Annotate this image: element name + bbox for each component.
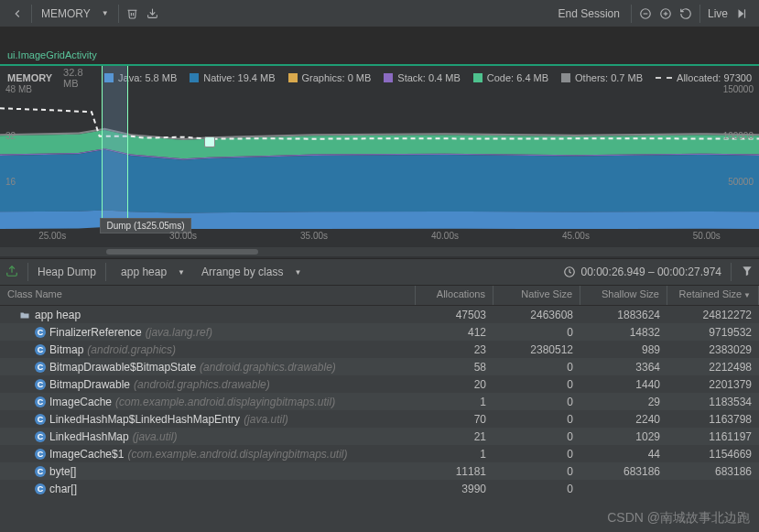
chevron-down-icon: ▼ [178,268,185,277]
table-row[interactable]: CBitmapDrawable (android.graphics.drawab… [0,375,759,393]
zoom-out-button[interactable] [635,4,656,24]
svg-rect-7 [744,9,745,17]
table-row[interactable]: CFinalizerReference (java.lang.ref) 412 … [0,323,759,341]
chart-x-axis: 25.00s30.00s35.00s40.00s45.00s50.00s [0,229,759,247]
col-allocations[interactable]: Allocations [416,286,493,305]
separator [105,263,106,281]
separator [699,5,700,23]
class-icon: C [35,483,46,494]
separator [118,5,119,23]
class-icon: C [35,327,46,338]
heap-table: Class Name Allocations Native Size Shall… [0,286,759,497]
chevron-down-icon: ▼ [102,9,109,17]
profiler-toolbar: MEMORY ▼ End Session Live [0,0,759,27]
table-row[interactable]: CLinkedHashMap$LinkedHashMapEntry (java.… [0,410,759,428]
legend-total: 32.8 MB [63,67,92,89]
filter-button[interactable] [741,265,754,280]
time-range-value: 00:00:26.949 – 00:00:27.974 [581,266,721,278]
heap-toolbar: Heap Dump app heap ▼ Arrange by class ▼ … [0,258,759,286]
class-icon: C [35,449,46,460]
table-row[interactable]: CBitmap (android.graphics) 23 2380512 98… [0,341,759,358]
chart-body[interactable]: 48 MB321615000010000050000Dump (1s25.05m… [0,90,759,229]
table-row[interactable]: Cchar[] 3990 0 [0,480,759,497]
heap-dump-label: Heap Dump [38,266,96,278]
col-shallow-size[interactable]: Shallow Size [580,286,667,305]
heap-table-body: app heap 47503 2463608 1883624 24812272 … [0,306,759,497]
time-range: 00:00:26.949 – 00:00:27.974 [563,266,721,278]
table-row[interactable]: CLinkedHashMap (java.util) 21 0 1029 116… [0,428,759,445]
col-class-name[interactable]: Class Name [0,286,416,305]
class-icon: C [35,362,46,373]
class-icon: C [35,431,46,442]
chart-scroll-thumb[interactable] [106,249,258,255]
activity-bar: ui.ImageGridActivity [0,46,759,66]
go-live-button[interactable] [732,4,752,24]
delete-button[interactable] [123,4,143,24]
table-row[interactable]: CImageCache$1 (com.example.android.displ… [0,445,759,462]
memory-chart[interactable]: MEMORY32.8 MBJava: 5.8 MBNative: 19.4 MB… [0,66,759,258]
package-icon [18,309,31,320]
legend-item: Native: 19.4 MB [190,72,275,83]
col-retained-size[interactable]: Retained Size▼ [667,286,759,305]
separator [631,5,632,23]
class-icon: C [35,396,46,407]
legend-item: Stack: 0.4 MB [384,72,460,83]
back-button[interactable] [7,4,27,24]
marker-icon [204,136,215,147]
legend-title: MEMORY [7,72,52,83]
svg-marker-6 [739,9,744,17]
gap [0,27,759,46]
chevron-down-icon: ▼ [294,268,301,277]
table-row[interactable]: Cbyte[] 11181 0 683186 683186 [0,462,759,480]
separator [31,5,32,23]
arrange-dropdown[interactable]: Arrange by class ▼ [196,264,307,280]
class-icon: C [35,414,46,425]
separator [27,263,28,281]
table-row[interactable]: CImageCache (com.example.android.display… [0,393,759,410]
heap-table-header: Class Name Allocations Native Size Shall… [0,286,759,306]
end-session-button[interactable]: End Session [551,5,627,22]
export-button[interactable] [143,4,163,24]
heap-scope-value: app heap [121,266,167,278]
watermark: CSDN @南城故事北边跑 [607,510,750,527]
heap-scope-dropdown[interactable]: app heap ▼ [115,264,190,280]
memory-label: MEMORY [41,7,91,20]
activity-name: ui.ImageGridActivity [7,49,97,60]
class-icon: C [35,379,46,390]
capture-button[interactable] [5,265,18,280]
col-native-size[interactable]: Native Size [493,286,580,305]
clock-icon [563,266,576,278]
reset-zoom-button[interactable] [676,4,696,24]
separator [731,263,732,281]
chart-selection[interactable] [102,66,128,227]
legend-allocated: Allocated: 97300 [656,72,752,83]
memory-dropdown[interactable]: MEMORY ▼ [36,5,114,22]
legend-item: Graphics: 0 MB [288,72,372,83]
arrange-value: Arrange by class [201,266,283,278]
live-label: Live [708,7,728,20]
svg-marker-10 [743,266,751,276]
chart-scrollbar[interactable] [0,247,759,256]
sort-desc-icon: ▼ [743,291,751,299]
zoom-in-button[interactable] [656,4,676,24]
class-icon: C [35,466,46,477]
table-row[interactable]: CBitmapDrawable$BitmapState (android.gra… [0,358,759,375]
legend-item: Others: 0.7 MB [561,72,643,83]
legend-item: Code: 6.4 MB [473,72,548,83]
table-row[interactable]: app heap 47503 2463608 1883624 24812272 [0,306,759,323]
class-icon: C [35,344,46,355]
